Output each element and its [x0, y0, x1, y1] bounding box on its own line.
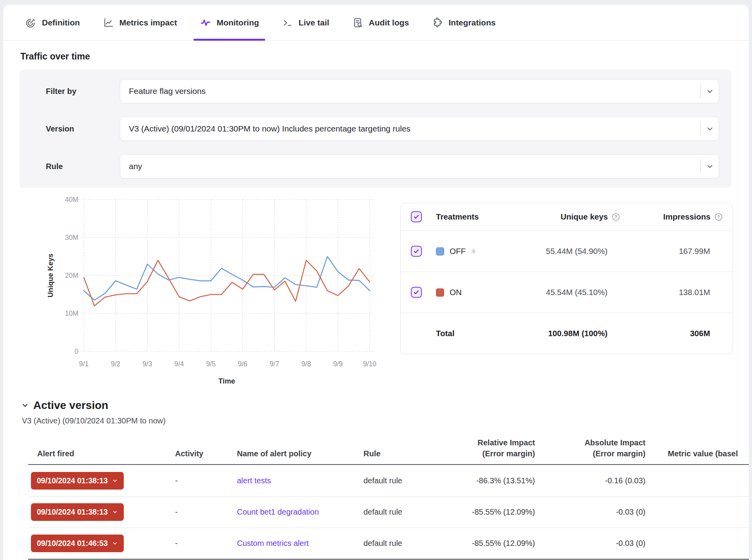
alert-policy-link[interactable]: alert tests	[237, 476, 271, 485]
activity-value: -	[175, 508, 237, 517]
svg-text:9/6: 9/6	[238, 360, 247, 368]
off-series-swatch	[436, 247, 444, 256]
tab-live-tail[interactable]: Live tail	[282, 5, 329, 40]
select-all-checkbox[interactable]	[411, 211, 422, 222]
svg-text:9/3: 9/3	[143, 360, 152, 368]
col-policy-name: Name of alert policy	[237, 437, 363, 459]
on-checkbox[interactable]	[411, 287, 422, 298]
tab-label: Live tail	[298, 18, 329, 27]
rule-value: default rule	[363, 539, 443, 548]
svg-text:?: ?	[615, 214, 617, 220]
alert-fired-badge[interactable]: 09/10/2024 01:38:13	[31, 472, 124, 490]
main-card: Definition Metrics impact Monitoring Liv…	[3, 5, 749, 560]
traffic-section: 010M20M30M40M9/19/29/39/49/59/69/79/89/9…	[20, 194, 732, 390]
filter-by-select[interactable]: Feature flag versions	[120, 79, 719, 103]
tab-definition[interactable]: Definition	[25, 5, 80, 40]
total-unique-keys: 100.98M (100%)	[548, 329, 607, 338]
help-icon[interactable]: ?	[714, 212, 723, 221]
svg-text:9/10: 9/10	[363, 360, 376, 368]
treatments-total-row: Total 100.98M (100%) 306M	[401, 313, 732, 354]
rule-select[interactable]: any	[120, 154, 719, 178]
svg-text:?: ?	[717, 214, 720, 220]
version-row: Version V3 (Active) (09/01/2024 01:30PM …	[20, 117, 719, 141]
active-version-subtitle: V3 (Active) (09/10/2024 01:30PM to now)	[22, 416, 732, 425]
svg-text:9/2: 9/2	[111, 360, 120, 368]
filter-by-value: Feature flag versions	[129, 86, 700, 96]
select-divider	[700, 122, 701, 135]
total-label: Total	[436, 329, 478, 338]
treatments-table: Treatments Unique keys ? Impressions ?	[400, 203, 732, 354]
treatments-header-row: Treatments Unique keys ? Impressions ?	[401, 203, 732, 230]
alert-row: 09/10/2024 01:38:13 - Count bet1 degrada…	[28, 496, 749, 528]
alert-policy-link[interactable]: Custom metrics alert	[237, 539, 309, 547]
relative-impact-value: -86.3% (13.51%)	[443, 476, 535, 485]
activity-value: -	[175, 476, 237, 485]
chevron-down-icon[interactable]	[706, 162, 714, 171]
absolute-impact-value: -0.03 (0)	[535, 508, 645, 517]
filter-by-label: Filter by	[20, 87, 120, 96]
alerts-table: Alert fired Activity Name of alert polic…	[28, 437, 749, 560]
col-relative-impact: Relative Impact(Error margin)	[443, 437, 535, 459]
chevron-down-icon[interactable]	[706, 87, 714, 95]
on-impressions: 138.01M	[679, 288, 710, 297]
traffic-chart: 010M20M30M40M9/19/29/39/49/59/69/79/89/9…	[46, 194, 399, 390]
off-checkbox[interactable]	[411, 246, 422, 257]
absolute-impact-value: -0.16 (0.03)	[535, 476, 645, 485]
metric-value: 0.19 (	[645, 476, 749, 485]
treatment-name: OFF	[450, 247, 466, 256]
impressions-column-header: Impressions ?	[663, 212, 710, 221]
tab-audit-logs[interactable]: Audit logs	[352, 5, 409, 40]
chevron-down-icon[interactable]	[706, 125, 714, 133]
svg-text:9/4: 9/4	[174, 360, 184, 368]
tab-label: Monitoring	[217, 18, 259, 27]
col-absolute-impact: Absolute Impact(Error margin)	[535, 437, 645, 459]
alert-policy-link[interactable]: Count bet1 degradation	[237, 508, 319, 516]
terminal-icon	[282, 17, 293, 29]
tab-monitoring[interactable]: Monitoring	[200, 5, 259, 40]
select-divider	[700, 85, 701, 98]
monitoring-pulse-icon	[200, 17, 212, 29]
alert-row: 09/10/2024 01:46:53 - Custom metrics ale…	[28, 528, 749, 559]
alert-fired-badge[interactable]: 09/10/2024 01:46:53	[31, 535, 124, 552]
chevron-down-icon	[112, 540, 118, 546]
svg-text:9/9: 9/9	[333, 360, 343, 368]
page-title: Traffic over time	[20, 51, 732, 62]
svg-text:Time: Time	[219, 377, 235, 385]
help-icon[interactable]: ?	[611, 212, 620, 221]
tab-label: Integrations	[448, 18, 495, 27]
col-metric-value: Metric value (basel	[645, 437, 749, 459]
relative-impact-value: -85.55% (12.09%)	[443, 539, 535, 548]
definition-icon	[25, 17, 37, 29]
activity-value: -	[175, 539, 237, 548]
active-version-title: Active version	[33, 399, 108, 412]
svg-text:9/1: 9/1	[79, 360, 89, 368]
alert-row: 09/10/2024 01:38:13 - alert tests defaul…	[28, 465, 749, 496]
puzzle-icon	[432, 17, 443, 29]
audit-document-icon	[352, 17, 364, 29]
tab-label: Definition	[42, 18, 80, 27]
total-impressions: 306M	[690, 329, 710, 338]
treatment-row-on: ON 45.54M (45.10%) 138.01M	[401, 272, 732, 313]
active-version-header[interactable]: Active version	[21, 399, 732, 412]
tab-metrics-impact[interactable]: Metrics impact	[103, 5, 177, 40]
version-select[interactable]: V3 (Active) (09/01/2024 01:30PM to now) …	[120, 117, 719, 141]
svg-text:9/8: 9/8	[302, 360, 311, 368]
tab-integrations[interactable]: Integrations	[432, 5, 495, 40]
alerts-table-header: Alert fired Activity Name of alert polic…	[28, 437, 749, 465]
svg-text:30M: 30M	[65, 234, 78, 241]
treatment-name: ON	[450, 288, 462, 297]
alert-fired-badge[interactable]: 09/10/2024 01:38:13	[31, 503, 124, 521]
rule-value: default rule	[363, 508, 443, 517]
svg-text:0: 0	[74, 348, 78, 355]
treatment-row-off: OFF ✳ 55.44M (54.90%) 167.99M	[401, 230, 732, 272]
unique-keys-line-chart: 010M20M30M40M9/19/29/39/49/59/69/79/89/9…	[46, 194, 399, 390]
on-unique-keys: 45.54M (45.10%)	[546, 288, 607, 297]
tab-label: Metrics impact	[119, 18, 177, 27]
svg-text:40M: 40M	[65, 196, 78, 203]
select-divider	[700, 160, 701, 173]
metrics-impact-icon	[103, 17, 114, 29]
rule-label: Rule	[20, 162, 120, 171]
tab-label: Audit logs	[369, 18, 409, 27]
metric-value: 0.03 (	[645, 508, 749, 517]
treatments-column-header: Treatments	[436, 212, 478, 221]
